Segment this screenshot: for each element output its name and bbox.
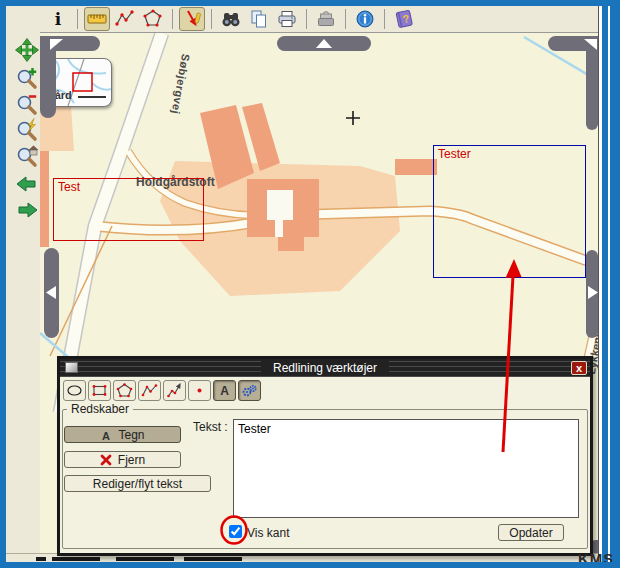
app-window: Søbjergvej Holdgårdstoft Lykkensprøve Te… <box>0 0 620 568</box>
redline-text-input[interactable]: Tester <box>233 419 579 518</box>
polygon-icon <box>116 383 133 398</box>
ellipse-icon <box>66 383 83 398</box>
tools-fieldset: Redskaber A Tegn Fjern Rediger/flyt teks… <box>62 409 588 549</box>
svg-text:A: A <box>103 429 111 441</box>
update-button-label: Opdater <box>509 526 552 540</box>
remove-button-label: Fjern <box>118 453 145 467</box>
copy-tool-button[interactable] <box>246 7 272 31</box>
toolbar-separator <box>211 9 212 29</box>
tool-polyline-button[interactable] <box>138 380 161 401</box>
tool-ellipse-button[interactable] <box>63 380 86 401</box>
toolbar-separator <box>172 9 173 29</box>
close-icon: x <box>576 362 582 374</box>
window-top-border <box>0 0 620 6</box>
text-field-label: Tekst : <box>193 420 228 434</box>
window-right-border <box>598 6 614 562</box>
status-text-clipped <box>52 557 100 561</box>
redline-label-tester: Tester <box>438 147 471 161</box>
info-tool-button[interactable]: i <box>45 7 71 31</box>
pan-right-arrow-icon <box>588 286 598 299</box>
tool-text-button[interactable]: A <box>213 380 236 401</box>
pan-left-arrow-icon <box>46 286 56 299</box>
polyline-icon <box>141 383 158 398</box>
text-icon: A <box>100 429 112 441</box>
svg-text:A: A <box>220 384 229 398</box>
tool-arrow-line-button[interactable] <box>163 380 186 401</box>
edit-button-label: Rediger/flyt tekst <box>93 477 182 491</box>
binoculars-icon <box>221 9 241 29</box>
measure-tool-button[interactable] <box>84 7 110 31</box>
show-border-label: Vis kant <box>247 526 289 540</box>
window-right-edge <box>614 0 620 568</box>
map-center-crosshair <box>346 111 360 125</box>
zoom-selected-tool-button[interactable] <box>15 118 39 142</box>
show-border-checkbox[interactable] <box>229 525 242 538</box>
main-toolbar: i <box>44 6 418 32</box>
print-tool-button[interactable] <box>274 7 300 31</box>
status-text-clipped <box>184 557 242 561</box>
export-icon <box>316 9 336 29</box>
tool-rectangle-button[interactable] <box>88 380 111 401</box>
inset-leader-line <box>78 96 106 98</box>
draw-button-label: Tegn <box>118 428 144 442</box>
zoom-full-extent-tool-button[interactable] <box>15 144 39 168</box>
print-icon <box>277 9 297 29</box>
map-tool-sidebar <box>6 32 40 562</box>
tool-point-button[interactable] <box>188 380 211 401</box>
info-icon: i <box>48 9 68 29</box>
export-tool-button[interactable] <box>313 7 339 31</box>
edit-move-text-button[interactable]: Rediger/flyt tekst <box>64 475 211 492</box>
help-tool-button[interactable]: ? <box>391 7 417 31</box>
redlining-dialog: Redlining værktøjer x <box>57 356 593 556</box>
toolbar-separator <box>384 9 385 29</box>
window-left-border <box>0 0 6 568</box>
ruler-icon <box>87 9 107 29</box>
pan-northeast-arrow-icon <box>584 39 598 51</box>
previous-extent-button[interactable] <box>15 174 39 194</box>
tool-polygon-button[interactable] <box>113 380 136 401</box>
arrow-line-icon <box>166 383 183 398</box>
pan-north-arrow-icon <box>316 39 332 48</box>
redline-box-test: Test <box>53 178 204 241</box>
help-book-icon: ? <box>394 9 414 29</box>
redline-arrow-icon <box>182 9 202 29</box>
dialog-shade-button[interactable] <box>65 362 78 373</box>
redline-label-test: Test <box>58 180 80 194</box>
polygon-icon <box>143 9 163 29</box>
dialog-toolbar: A <box>63 380 263 401</box>
zoom-in-tool-button[interactable] <box>15 66 39 90</box>
pan-tool-button[interactable] <box>15 38 39 62</box>
polyline-icon <box>115 9 135 29</box>
toolbar-separator <box>345 9 346 29</box>
fieldset-legend: Redskaber <box>67 402 133 416</box>
dialog-close-button[interactable]: x <box>571 361 587 375</box>
copy-icon <box>249 9 269 29</box>
remove-text-button[interactable]: Fjern <box>64 451 181 468</box>
status-text-clipped <box>36 557 46 561</box>
redline-box-tester: Tester <box>433 145 586 278</box>
tool-settings-button[interactable] <box>238 380 261 401</box>
red-cross-icon <box>100 454 112 466</box>
rectangle-icon <box>91 383 108 398</box>
toolbar-separator <box>77 9 78 29</box>
draw-polygon-tool-button[interactable] <box>140 7 166 31</box>
window-bottom-border <box>0 562 620 568</box>
next-extent-button[interactable] <box>15 200 39 220</box>
dialog-title: Redlining værktøjer <box>261 360 389 376</box>
update-button[interactable]: Opdater <box>498 524 564 541</box>
point-icon <box>191 383 208 398</box>
settings-gears-icon <box>241 383 258 398</box>
draw-text-button[interactable]: A Tegn <box>64 426 181 443</box>
text-icon: A <box>216 383 233 398</box>
svg-text:i: i <box>55 9 62 29</box>
search-tool-button[interactable] <box>218 7 244 31</box>
draw-line-tool-button[interactable] <box>112 7 138 31</box>
pan-northwest-arrow-icon <box>50 39 64 51</box>
about-tool-button[interactable] <box>352 7 378 31</box>
toolbar-separator <box>306 9 307 29</box>
dialog-title-bar[interactable]: Redlining værktøjer <box>60 359 590 377</box>
status-text-clipped <box>116 557 174 561</box>
redline-tool-button[interactable] <box>179 7 205 31</box>
attribution-logo: KMS <box>578 552 612 562</box>
zoom-out-tool-button[interactable] <box>15 92 39 116</box>
